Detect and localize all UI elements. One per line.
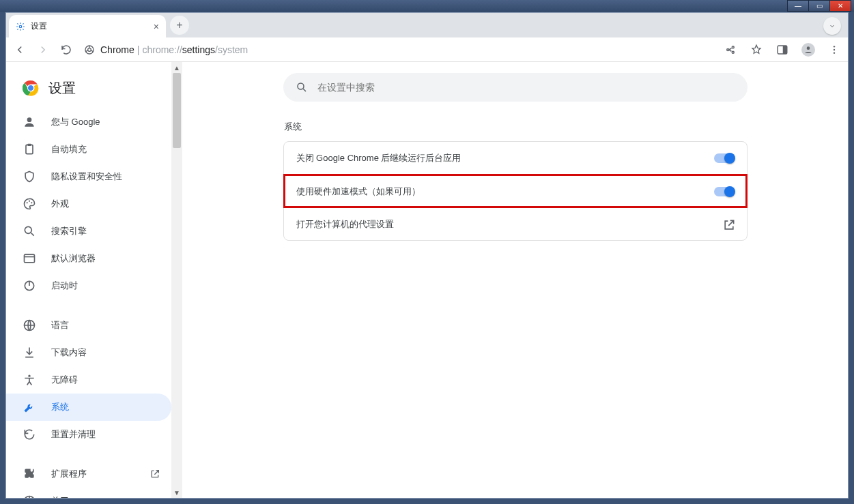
settings-sidebar: 设置 您与 Google自动填充隐私设置和安全性外观搜索引擎默认浏览器启动时语言…: [6, 62, 171, 498]
sidebar-item-puzzle[interactable]: 扩展程序: [6, 460, 171, 488]
url-gray-suffix: /system: [215, 44, 248, 55]
sidebar-item-label: 自动填充: [51, 143, 87, 155]
download-icon: [23, 346, 36, 359]
settings-search[interactable]: [283, 73, 748, 102]
window-close-button[interactable]: ✕: [829, 0, 851, 12]
restore-icon: [23, 428, 36, 441]
svg-point-15: [27, 117, 32, 122]
setting-row: 关闭 Google Chrome 后继续运行后台应用: [284, 142, 747, 175]
shield-icon: [23, 170, 36, 183]
svg-point-5: [727, 48, 729, 50]
person-icon: [803, 45, 813, 55]
sidebar-item-person[interactable]: 您与 Google: [6, 108, 171, 136]
setting-row: 使用硬件加速模式（如果可用）: [284, 175, 747, 207]
wrench-icon: [23, 400, 36, 414]
svg-rect-17: [28, 144, 31, 146]
svg-point-2: [88, 48, 91, 51]
share-button[interactable]: [722, 42, 739, 58]
search-icon: [296, 81, 308, 93]
svg-point-25: [28, 375, 30, 377]
svg-point-19: [29, 201, 30, 202]
url-host: Chrome: [100, 44, 134, 55]
svg-point-11: [834, 52, 835, 53]
omnibox[interactable]: Chrome | chrome://settings/system: [84, 44, 248, 55]
chrome-logo-icon: [23, 80, 39, 96]
system-settings-card: 关闭 Google Chrome 后继续运行后台应用使用硬件加速模式（如果可用）…: [283, 141, 748, 241]
sidebar-item-clipboard[interactable]: 自动填充: [6, 136, 171, 163]
accessibility-icon: [23, 373, 36, 387]
svg-point-4: [732, 51, 734, 53]
new-tab-button[interactable]: +: [170, 16, 189, 35]
person-icon: [23, 115, 36, 129]
toggle-switch[interactable]: [714, 187, 735, 196]
sidebar-item-label: 关于 Chrome: [51, 495, 103, 498]
sidebar-item-label: 启动时: [51, 280, 78, 292]
sidebar-item-label: 外观: [51, 198, 69, 210]
chrome-mono-icon: [84, 44, 95, 55]
sidebar-item-chrome[interactable]: 关于 Chrome: [6, 488, 171, 498]
sidebar-item-download[interactable]: 下载内容: [6, 339, 171, 366]
svg-point-18: [27, 202, 28, 203]
tab-search-button[interactable]: [823, 17, 841, 35]
url-dark-mid: settings: [182, 44, 215, 55]
reload-button[interactable]: [58, 42, 74, 58]
sidebar-item-label: 默认浏览器: [51, 252, 96, 265]
sidebar-item-restore[interactable]: 重置并清理: [6, 421, 171, 448]
bookmark-button[interactable]: [748, 42, 765, 58]
sidebar-item-wrench[interactable]: 系统: [6, 394, 171, 421]
kebab-menu[interactable]: [826, 42, 842, 58]
sidebar-scrollbar[interactable]: ▲ ▼: [171, 62, 182, 498]
gear-icon: [16, 22, 25, 31]
sidebar-item-label: 您与 Google: [51, 116, 100, 128]
sidebar-item-label: 搜索引擎: [51, 225, 87, 237]
setting-label: 使用硬件加速模式（如果可用）: [296, 186, 421, 198]
sidebar-item-power[interactable]: 启动时: [6, 272, 171, 299]
svg-point-3: [732, 46, 734, 48]
svg-point-28: [298, 83, 304, 89]
sidebar-item-shield[interactable]: 隐私设置和安全性: [6, 163, 171, 190]
search-icon: [23, 224, 36, 238]
sidebar-item-label: 下载内容: [51, 346, 87, 359]
sidebar-item-label: 语言: [51, 319, 69, 331]
browser-tab-settings[interactable]: 设置 ×: [9, 15, 166, 38]
svg-point-8: [807, 46, 810, 50]
palette-icon: [23, 197, 36, 211]
profile-avatar[interactable]: [800, 42, 816, 58]
chrome-icon: [23, 494, 36, 498]
open-external-icon: [150, 469, 160, 479]
sidebar-item-window[interactable]: 默认浏览器: [6, 245, 171, 272]
sidebar-item-label: 无障碍: [51, 374, 78, 386]
sidebar-item-palette[interactable]: 外观: [6, 190, 171, 218]
settings-search-input[interactable]: [317, 82, 735, 93]
open-external-icon: [722, 218, 735, 231]
svg-point-0: [19, 25, 22, 28]
svg-rect-16: [26, 145, 33, 153]
scroll-down-icon[interactable]: ▼: [171, 487, 182, 498]
window-maximize-button[interactable]: ▭: [808, 0, 830, 12]
setting-label: 打开您计算机的代理设置: [296, 218, 394, 231]
scroll-thumb[interactable]: [173, 73, 181, 148]
svg-rect-22: [25, 254, 35, 263]
sidebar-item-search[interactable]: 搜索引擎: [6, 218, 171, 245]
scroll-up-icon[interactable]: ▲: [171, 62, 182, 73]
side-panel-button[interactable]: [774, 42, 791, 58]
svg-point-20: [31, 202, 32, 203]
back-button[interactable]: [12, 42, 28, 58]
sidebar-item-accessibility[interactable]: 无障碍: [6, 366, 171, 394]
globe-icon: [23, 318, 36, 332]
svg-point-9: [834, 46, 835, 47]
toggle-switch[interactable]: [714, 153, 735, 163]
sidebar-item-globe[interactable]: 语言: [6, 312, 171, 339]
sidebar-item-label: 扩展程序: [51, 468, 87, 480]
forward-button: [35, 42, 51, 58]
chevron-down-icon: [828, 22, 836, 30]
setting-label: 关闭 Google Chrome 后继续运行后台应用: [296, 152, 461, 164]
setting-row[interactable]: 打开您计算机的代理设置: [284, 207, 747, 240]
tab-close-icon[interactable]: ×: [154, 21, 159, 32]
url-sep: |: [137, 44, 140, 55]
sidebar-item-label: 系统: [51, 401, 69, 413]
svg-point-10: [834, 48, 835, 50]
settings-header: 设置: [6, 68, 171, 108]
window-titlebar: [0, 0, 854, 12]
window-minimize-button[interactable]: —: [787, 0, 809, 12]
